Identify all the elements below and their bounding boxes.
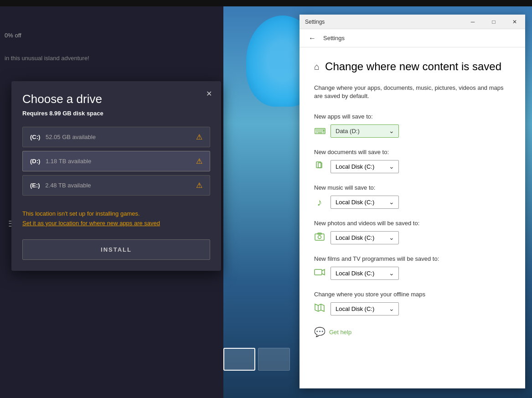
close-button[interactable]: ✕: [504, 15, 525, 29]
thumbnail-2[interactable]: [258, 348, 290, 371]
films-select-wrapper: Local Disk (C:) Data (D:): [331, 267, 399, 280]
minimize-button[interactable]: ─: [462, 15, 483, 29]
svg-rect-2: [315, 234, 324, 240]
settings-row-maps: Change where you store your offline maps…: [314, 291, 511, 315]
row-films-label: New films and TV programmes will be save…: [314, 255, 511, 262]
warning-section: This location isn't set up for installin…: [11, 205, 221, 232]
row-documents-control: Local Disk (C:) Data (D:): [314, 160, 511, 173]
documents-icon: [314, 161, 325, 172]
nav-title: Settings: [323, 35, 345, 41]
thumbnail-1[interactable]: [223, 348, 255, 371]
drive-c-label: (C:) 52.05 GB available: [30, 134, 96, 140]
back-button[interactable]: ←: [305, 31, 320, 46]
photos-select-wrapper: Local Disk (C:) Data (D:): [331, 231, 399, 244]
photos-icon: [314, 233, 325, 243]
home-icon: ⌂: [314, 62, 320, 72]
settings-window: Settings ─ □ ✕ ← Settings ⌂ Change where…: [300, 15, 525, 388]
choose-drive-dialog: Choose a drive Requires 8.99 GB disk spa…: [11, 81, 221, 271]
get-help-section: 💬 Get help: [314, 326, 511, 337]
set-location-link[interactable]: Set it as your location for where new ap…: [22, 220, 160, 227]
settings-nav: ← Settings: [300, 29, 525, 47]
row-music-control: ♪ Local Disk (C:) Data (D:): [314, 196, 511, 209]
svg-point-3: [318, 236, 321, 239]
settings-row-apps: New apps will save to: ⌨ Data (D:) Local…: [314, 113, 511, 138]
drive-d-warning-icon: ⚠: [196, 157, 202, 165]
drive-option-e[interactable]: (E:) 2.48 TB available ⚠: [22, 175, 210, 196]
drive-option-d[interactable]: (D:) 1.18 TB available ⚠: [22, 151, 210, 171]
settings-titlebar: Settings ─ □ ✕: [300, 15, 525, 29]
drive-e-warning-icon: ⚠: [196, 181, 202, 190]
apps-icon: ⌨: [314, 126, 325, 136]
maps-icon: [314, 303, 325, 315]
apps-select[interactable]: Data (D:) Local Disk (C:): [331, 124, 399, 138]
svg-rect-5: [315, 269, 322, 275]
settings-title: Settings: [305, 19, 325, 25]
row-documents-label: New documents will save to:: [314, 149, 511, 155]
drive-e-label: (E:) 2.48 TB available: [30, 182, 91, 189]
dialog-body: (C:) 52.05 GB available ⚠ (D:) 1.18 TB a…: [11, 121, 221, 205]
settings-row-music: New music will save to: ♪ Local Disk (C:…: [314, 184, 511, 209]
settings-page-header: ⌂ Change where new content is saved: [314, 60, 511, 73]
drive-c-warning-icon: ⚠: [196, 133, 202, 141]
help-icon: 💬: [314, 326, 325, 337]
dialog-footer: INSTALL: [11, 232, 221, 271]
get-help-link[interactable]: Get help: [329, 329, 351, 336]
thumbnails-row: [223, 348, 290, 371]
sale-badge: 0% off: [5, 32, 21, 39]
install-button[interactable]: INSTALL: [22, 239, 210, 260]
maximize-button[interactable]: □: [483, 15, 504, 29]
warning-text: This location isn't set up for installin…: [22, 210, 210, 217]
game-description: in this unusual island adventure!: [5, 55, 89, 62]
row-maps-control: Local Disk (C:) Data (D:): [314, 302, 511, 315]
settings-description: Change where your apps, documents, music…: [314, 84, 511, 100]
row-photos-control: Local Disk (C:) Data (D:): [314, 231, 511, 244]
settings-content: ⌂ Change where new content is saved Chan…: [300, 47, 525, 388]
documents-select[interactable]: Local Disk (C:) Data (D:): [331, 160, 399, 173]
music-icon: ♪: [314, 196, 325, 208]
row-films-control: Local Disk (C:) Data (D:): [314, 267, 511, 280]
drive-d-label: (D:) 1.18 TB available: [30, 158, 91, 165]
maps-select[interactable]: Local Disk (C:) Data (D:): [331, 302, 399, 315]
svg-rect-1: [318, 163, 322, 168]
svg-marker-6: [315, 304, 324, 311]
films-icon: [314, 269, 325, 278]
music-select-wrapper: Local Disk (C:) Data (D:): [331, 196, 399, 209]
dialog-close-button[interactable]: ✕: [202, 87, 216, 100]
maps-select-wrapper: Local Disk (C:) Data (D:): [331, 302, 399, 315]
photos-select[interactable]: Local Disk (C:) Data (D:): [331, 231, 399, 244]
settings-row-films: New films and TV programmes will be save…: [314, 255, 511, 280]
row-photos-label: New photos and videos will be saved to:: [314, 220, 511, 227]
films-select[interactable]: Local Disk (C:) Data (D:): [331, 267, 399, 280]
apps-select-wrapper: Data (D:) Local Disk (C:): [331, 124, 399, 138]
drive-option-c[interactable]: (C:) 52.05 GB available ⚠: [22, 127, 210, 147]
top-bar: [0, 0, 532, 6]
titlebar-controls: ─ □ ✕: [462, 15, 525, 29]
row-maps-label: Change where you store your offline maps: [314, 291, 511, 298]
music-select[interactable]: Local Disk (C:) Data (D:): [331, 196, 399, 209]
settings-row-documents: New documents will save to: Local Disk (…: [314, 149, 511, 173]
row-music-label: New music will save to:: [314, 184, 511, 191]
settings-row-photos: New photos and videos will be saved to: …: [314, 220, 511, 244]
documents-select-wrapper: Local Disk (C:) Data (D:): [331, 160, 399, 173]
dialog-subtitle: Requires 8.99 GB disk space: [22, 110, 210, 117]
row-apps-control: ⌨ Data (D:) Local Disk (C:): [314, 124, 511, 138]
page-title: Change where new content is saved: [325, 60, 501, 73]
dialog-title: Choose a drive: [22, 92, 210, 106]
dialog-header: Choose a drive Requires 8.99 GB disk spa…: [11, 81, 221, 121]
row-apps-label: New apps will save to:: [314, 113, 511, 120]
